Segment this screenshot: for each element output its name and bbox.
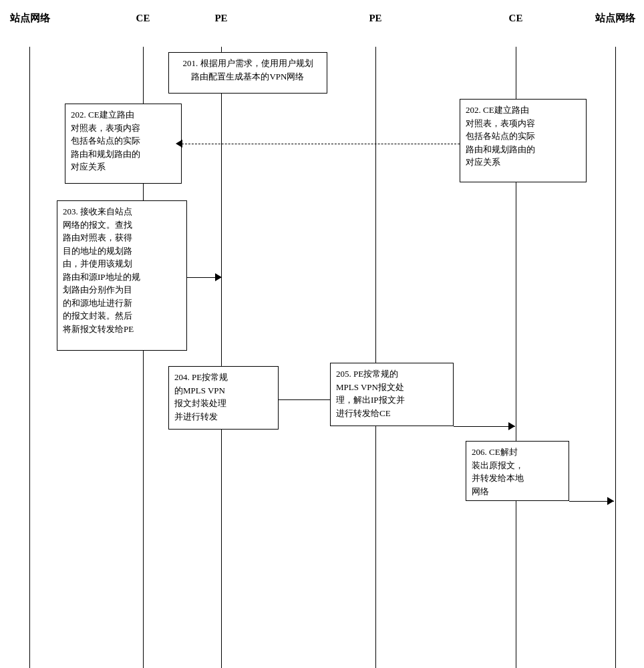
diagram-container: 站点网络 CE PE PE CE 站点网络 201. 根据用户需求，使用用户规划… [0,0,644,668]
box-203: 203. 接收来自站点 网络的报文。查找 路由对照表，获得 目的地址的规划路 由… [57,200,187,351]
col-header-site-net-right: 站点网络 [587,0,644,25]
arrow-202-line [182,144,460,144]
arrow-205-head [508,422,515,430]
col-header-site-net-left: 站点网络 [0,0,60,25]
lifeline-pe-right [375,47,376,668]
box-202-right: 202. CE建立路由 对照表，表项内容 包括各站点的实际 路由和规划路由的 对… [460,99,587,182]
box-205: 205. PE按常规的 MPLS VPN报文处 理，解出IP报文并 进行转发给C… [330,363,454,426]
col-header-ce-right: CE [489,0,542,25]
lifeline-pe-left [221,47,222,668]
col-header-ce-left: CE [116,0,170,25]
lifeline-site-net-right [615,47,616,668]
box-202-left: 202. CE建立路由 对照表，表项内容 包括各站点的实际 路由和规划路由的 对… [65,104,182,184]
box-201: 201. 根据用户需求，使用用户规划 路由配置生成基本的VPN网络 [168,52,327,94]
arrow-202-head [176,140,182,148]
col-header-pe-left: PE [198,0,245,25]
arrow-206-head [607,497,614,505]
arrow-203-head [215,273,222,281]
col-header-pe-right: PE [352,0,399,25]
lifeline-site-net-left [29,47,30,668]
box-204: 204. PE按常规 的MPLS VPN 报文封装处理 并进行转发 [168,366,279,430]
arrow-205-line [454,426,515,427]
box-206: 206. CE解封 装出原报文， 并转发给本地 网络 [466,441,569,501]
